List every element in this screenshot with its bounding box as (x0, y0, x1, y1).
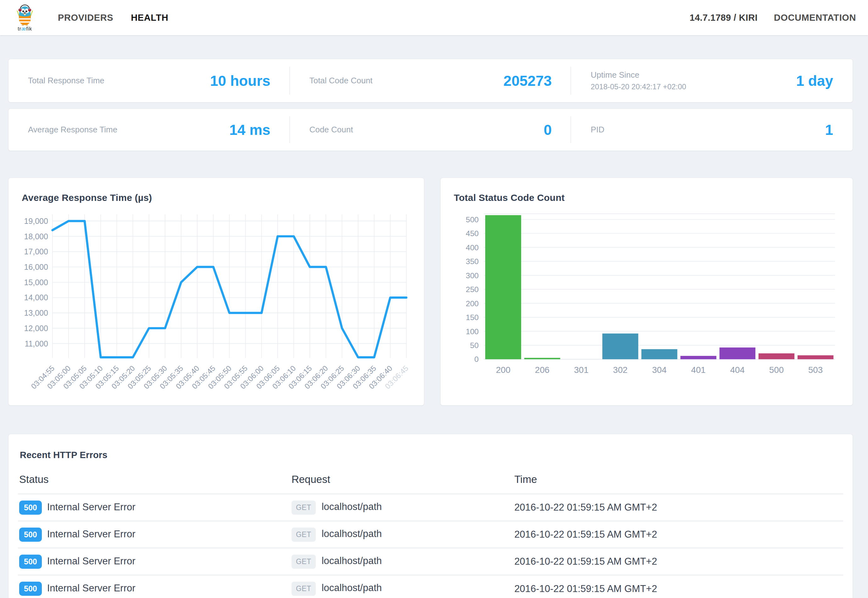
x-axis-labels: 03:04:5503:05:0003:05:0503:05:1003:05:15… (29, 364, 410, 390)
status-message: Internal Server Error (47, 529, 136, 540)
bar-chart-svg: 0501001502002503003504004505002002063013… (454, 211, 840, 401)
stat-total-code-count: Total Code Count 205273 (290, 59, 572, 102)
table-row: 500Internal Server Error GETlocalhost/pa… (18, 575, 843, 598)
y-axis-tick-label: 12,000 (24, 324, 48, 333)
response-time-line-chart[interactable]: 11,00012,00013,00014,00015,00016,00017,0… (22, 211, 411, 403)
method-badge: GET (292, 582, 316, 596)
y-axis-tick-label: 200 (466, 299, 479, 308)
navbar-right: 14.7.1789 / KIRI DOCUMENTATION (690, 13, 856, 23)
request-path: localhost/path (322, 501, 382, 512)
stat-value: 205273 (503, 72, 552, 89)
response-time-chart-card: Average Response Time (µs) 11,00012,0001… (8, 178, 424, 405)
stat-label: Uptime Since (591, 70, 686, 80)
x-axis-tick-label: 500 (769, 365, 784, 375)
stat-value: 1 (825, 121, 833, 138)
method-badge: GET (292, 555, 316, 569)
stat-label: Average Response Time (28, 125, 117, 135)
y-axis-tick-label: 0 (474, 355, 479, 363)
request-path: localhost/path (322, 582, 382, 593)
request-path: localhost/path (322, 555, 382, 566)
stat-value: 14 ms (229, 121, 270, 138)
stat-average-response-time: Average Response Time 14 ms (9, 109, 290, 151)
status-code-badge: 500 (19, 528, 42, 542)
y-axis-tick-label: 17,000 (24, 247, 48, 256)
stat-pid: PID 1 (571, 109, 853, 151)
stat-label: Total Code Count (310, 76, 373, 85)
recent-errors-card: Recent HTTP Errors Status Request Time 5… (8, 434, 853, 598)
y-axis-tick-label: 16,000 (24, 263, 48, 271)
stat-label: Code Count (310, 125, 353, 135)
x-axis-tick-label: 401 (691, 365, 706, 375)
table-row: 500Internal Server Error GETlocalhost/pa… (18, 548, 843, 575)
stat-sublabel: 2018-05-20 20:42:17 +02:00 (591, 82, 686, 91)
status-message: Internal Server Error (47, 556, 136, 567)
traefik-logo-text: træfik (18, 26, 32, 31)
error-time: 2016-10-22 01:59:15 AM GMT+2 (513, 494, 843, 521)
x-axis-tick-label: 200 (496, 365, 510, 375)
stat-value: 10 hours (210, 72, 271, 89)
navbar: træfik PROVIDERS HEALTH 14.7.1789 / KIRI… (0, 0, 868, 35)
x-axis-tick-label: 302 (613, 365, 627, 375)
status-code-bar-302 (602, 333, 638, 359)
status-code-chart-card: Total Status Code Count 0501001502002503… (440, 178, 853, 405)
nav-link-documentation[interactable]: DOCUMENTATION (774, 13, 856, 23)
status-code-bar-304 (641, 349, 677, 359)
status-message: Internal Server Error (47, 583, 136, 594)
line-chart-grid (52, 214, 406, 358)
y-axis-tick-label: 13,000 (24, 308, 48, 317)
error-time: 2016-10-22 01:59:15 AM GMT+2 (513, 548, 843, 575)
main-nav: PROVIDERS HEALTH (58, 13, 168, 23)
charts-row: Average Response Time (µs) 11,00012,0001… (8, 178, 853, 405)
column-header-status: Status (18, 468, 290, 494)
status-code-bar-404 (720, 347, 756, 359)
y-axis-tick-label: 11,000 (24, 339, 48, 348)
y-axis-tick-label: 19,000 (24, 217, 48, 226)
x-axis-tick-label: 404 (730, 365, 745, 375)
stat-label: Total Response Time (28, 76, 105, 85)
chart-title: Total Status Code Count (454, 193, 840, 203)
x-axis-tick-label: 304 (652, 365, 666, 375)
line-chart-svg: 11,00012,00013,00014,00015,00016,00017,0… (22, 211, 411, 403)
errors-table: Status Request Time 500Internal Server E… (18, 468, 843, 598)
x-axis-tick-label: 301 (574, 365, 588, 375)
y-axis-tick-label: 14,000 (24, 293, 48, 302)
stat-value: 1 day (796, 72, 833, 89)
traefik-logo[interactable]: træfik (11, 4, 39, 31)
nav-link-health[interactable]: HEALTH (131, 13, 168, 23)
request-path: localhost/path (322, 528, 382, 539)
stat-label: PID (591, 125, 604, 135)
version-label: 14.7.1789 / KIRI (690, 13, 757, 23)
y-axis-tick-label: 350 (466, 257, 479, 266)
table-row: 500Internal Server Error GETlocalhost/pa… (18, 521, 843, 548)
y-axis-tick-label: 500 (466, 215, 479, 224)
y-axis-tick-label: 100 (466, 327, 479, 336)
traefik-gopher-icon (16, 4, 34, 26)
y-axis-tick-label: 400 (466, 243, 479, 252)
status-code-bar-chart[interactable]: 0501001502002503003504004505002002063013… (454, 211, 840, 401)
stats-row-primary: Total Response Time 10 hours Total Code … (8, 59, 853, 103)
stat-uptime-since: Uptime Since 2018-05-20 20:42:17 +02:00 … (571, 59, 853, 102)
health-page: Total Response Time 10 hours Total Code … (0, 35, 868, 598)
stats-row-secondary: Average Response Time 14 ms Code Count 0… (8, 108, 853, 151)
table-row: 500Internal Server Error GETlocalhost/pa… (18, 494, 843, 521)
x-axis-tick-label: 503 (808, 365, 823, 375)
error-time: 2016-10-22 01:59:15 AM GMT+2 (513, 521, 843, 548)
bar-chart-grid (484, 214, 835, 359)
y-axis-tick-label: 15,000 (24, 278, 48, 287)
status-code-bar-200 (485, 215, 521, 359)
status-code-bar-401 (681, 356, 717, 359)
method-badge: GET (292, 528, 316, 542)
stat-total-response-time: Total Response Time 10 hours (9, 59, 290, 102)
status-code-badge: 500 (19, 555, 42, 569)
status-code-bar-503 (798, 355, 834, 359)
recent-errors-title: Recent HTTP Errors (18, 434, 843, 460)
x-axis-tick-label: 206 (535, 365, 549, 375)
method-badge: GET (292, 501, 316, 515)
y-axis-tick-label: 50 (470, 341, 479, 350)
nav-link-providers[interactable]: PROVIDERS (58, 13, 113, 23)
status-code-bar-206 (524, 358, 560, 359)
status-code-badge: 500 (19, 501, 42, 515)
column-header-time: Time (513, 468, 843, 494)
y-axis-tick-label: 150 (466, 313, 479, 321)
status-code-bar-500 (759, 353, 795, 359)
